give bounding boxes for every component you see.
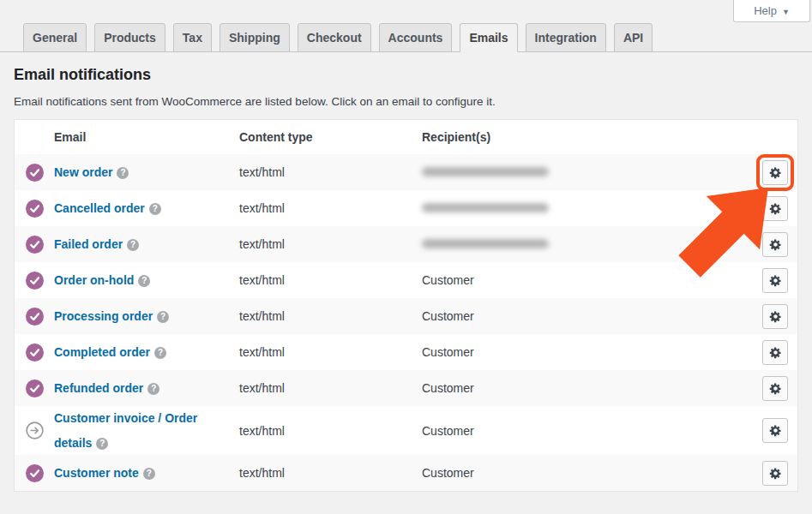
configure-gear-button[interactable] — [762, 196, 788, 221]
gear-icon — [769, 274, 782, 287]
tab-products[interactable]: Products — [94, 23, 165, 52]
status-enabled-icon — [26, 344, 44, 362]
tab-label: Integration — [535, 31, 597, 45]
gear-icon — [769, 166, 782, 179]
email-link[interactable]: New order — [54, 165, 112, 179]
gear-cell — [753, 418, 797, 443]
status-cell — [15, 236, 54, 254]
help-tip-icon[interactable]: ? — [154, 347, 166, 359]
email-cell: Refunded order? — [54, 376, 239, 401]
table-row: Refunded order? text/html Customer — [15, 370, 797, 406]
tab-label: Tax — [183, 31, 202, 45]
recipient-cell: Customer — [422, 273, 753, 287]
configure-gear-button[interactable] — [762, 304, 788, 329]
tab-label: Accounts — [388, 31, 443, 45]
gear-icon — [769, 424, 782, 437]
email-link[interactable]: Order on-hold — [54, 273, 134, 287]
help-tip-icon[interactable]: ? — [157, 311, 169, 323]
status-enabled-icon — [26, 380, 44, 397]
recipient-cell: Customer — [422, 466, 753, 480]
email-link[interactable]: Processing order — [54, 309, 153, 323]
email-notifications-table: Email Content type Recipient(s) New orde… — [14, 119, 798, 492]
email-cell: Cancelled order? — [54, 196, 239, 221]
gear-highlight-box — [762, 418, 788, 443]
table-row: Completed order? text/html Customer — [15, 334, 797, 370]
tab-checkout[interactable]: Checkout — [298, 23, 371, 52]
gear-cell — [753, 461, 797, 486]
page-title: Email notifications — [14, 66, 812, 84]
page-description: Email notifications sent from WooCommerc… — [14, 95, 812, 108]
content-type-cell: text/html — [239, 466, 422, 480]
table-row: Failed order? text/html — [15, 226, 797, 262]
configure-gear-button[interactable] — [762, 268, 788, 293]
configure-gear-button[interactable] — [762, 376, 788, 401]
gear-icon — [769, 467, 782, 480]
email-link[interactable]: Cancelled order — [54, 201, 145, 215]
help-dropdown[interactable]: Help ▼ — [733, 0, 810, 22]
gear-highlight-box — [762, 304, 788, 329]
configure-gear-button[interactable] — [762, 160, 788, 185]
tab-label: API — [623, 31, 643, 45]
gear-cell — [753, 340, 797, 365]
tab-accounts[interactable]: Accounts — [379, 23, 453, 52]
status-enabled-icon — [26, 164, 44, 182]
configure-gear-button[interactable] — [762, 461, 788, 486]
gear-highlight-box — [762, 268, 788, 293]
help-tip-icon[interactable]: ? — [127, 239, 139, 251]
gear-cell — [753, 376, 797, 401]
help-tip-icon[interactable]: ? — [138, 275, 150, 287]
recipient-cell — [422, 165, 753, 179]
gear-cell — [753, 268, 797, 293]
content-type-cell: text/html — [239, 381, 422, 395]
help-tip-icon[interactable]: ? — [147, 383, 159, 395]
redacted-recipient — [422, 203, 549, 212]
status-cell — [15, 344, 54, 362]
configure-gear-button[interactable] — [762, 340, 788, 365]
tab-label: Products — [104, 31, 156, 45]
column-header-email: Email — [54, 130, 239, 144]
gear-highlight-box — [762, 376, 788, 401]
content-type-cell: text/html — [239, 273, 422, 287]
help-tip-icon[interactable]: ? — [143, 468, 155, 480]
table-row: Order on-hold? text/html Customer — [15, 262, 797, 298]
table-header-row: Email Content type Recipient(s) — [15, 120, 797, 154]
tab-shipping[interactable]: Shipping — [220, 23, 290, 52]
status-enabled-icon — [26, 236, 44, 254]
tab-api[interactable]: API — [614, 23, 653, 52]
redacted-recipient — [422, 239, 549, 248]
email-cell: Failed order? — [54, 232, 239, 257]
gear-icon — [769, 382, 782, 395]
gear-cell — [753, 196, 797, 221]
tab-label: Shipping — [229, 31, 280, 45]
email-cell: New order? — [54, 160, 239, 185]
email-link[interactable]: Refunded order — [54, 381, 143, 395]
configure-gear-button[interactable] — [762, 418, 788, 443]
tab-integration[interactable]: Integration — [526, 23, 606, 52]
configure-gear-button[interactable] — [762, 232, 788, 257]
content-type-cell: text/html — [239, 165, 422, 179]
help-tip-icon[interactable]: ? — [117, 167, 129, 179]
help-tip-icon[interactable]: ? — [149, 203, 161, 215]
column-header-content-type: Content type — [239, 130, 422, 144]
email-link[interactable]: Completed order — [54, 345, 150, 359]
tab-general[interactable]: General — [23, 23, 87, 52]
table-body: New order? text/html — [15, 154, 797, 491]
table-row: Customer note? text/html Customer — [15, 455, 797, 491]
status-cell — [15, 421, 54, 439]
tab-label: Emails — [469, 31, 508, 45]
tab-emails[interactable]: Emails — [460, 23, 517, 52]
gear-highlight-box — [762, 340, 788, 365]
tab-tax[interactable]: Tax — [173, 23, 212, 52]
table-row: New order? text/html — [15, 154, 797, 190]
recipient-cell — [422, 201, 753, 215]
content-type-cell: text/html — [239, 237, 422, 251]
content-type-cell: text/html — [239, 201, 422, 215]
email-link[interactable]: Failed order — [54, 237, 123, 251]
table-row: Customer invoice / Order details? text/h… — [15, 406, 797, 455]
email-link[interactable]: Customer note — [54, 466, 139, 480]
email-link[interactable]: Customer invoice / Order details — [54, 411, 197, 450]
help-tip-icon[interactable]: ? — [96, 438, 108, 450]
content-type-cell: text/html — [239, 309, 422, 323]
help-label: Help — [754, 4, 777, 17]
recipient-cell: Customer — [422, 345, 753, 359]
